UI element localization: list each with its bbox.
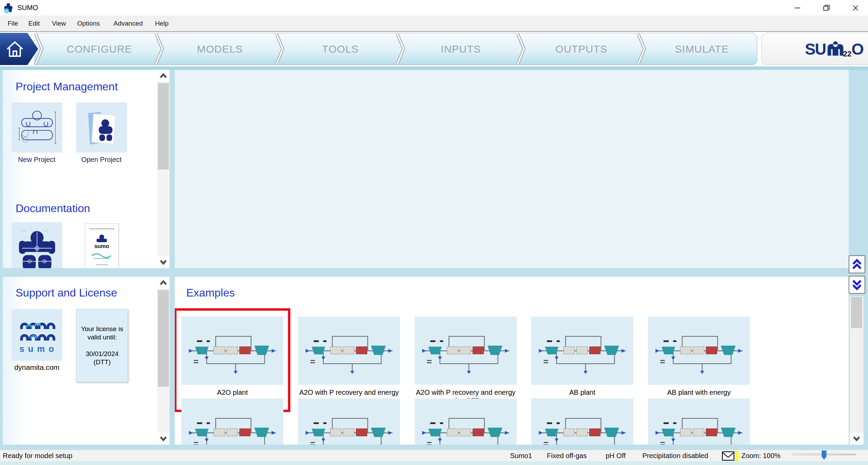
documentation-guide-button[interactable]: sumo — [85, 224, 119, 268]
app-logo-icon: 22 — [3, 2, 14, 13]
left-top-scrollbar[interactable] — [157, 70, 170, 268]
home-button[interactable] — [0, 33, 38, 65]
start-page-left-top-panel: Project Management New Project Open Proj… — [3, 70, 170, 268]
ribbon: CONFIGURE MODELS TOOLS INPUTS OUTPUTS SI… — [0, 31, 868, 66]
plant-schematic-icon — [651, 322, 747, 380]
menu-help[interactable]: Help — [153, 16, 171, 31]
scroll-up-icon[interactable] — [157, 70, 170, 82]
scroll-thumb[interactable] — [158, 290, 169, 387]
status-precipitation-toggle[interactable]: Precipitation disabled — [642, 450, 708, 462]
license-text: Your license is valid until: — [76, 325, 128, 341]
tab-tools[interactable]: TOOLS — [285, 33, 395, 65]
scroll-down-icon[interactable] — [157, 433, 170, 445]
plant-schematic-icon — [184, 322, 281, 380]
tab-simulate[interactable]: SIMULATE — [647, 33, 757, 65]
chevron-separator-icon — [396, 33, 406, 65]
plant-schematic-icon — [301, 322, 397, 380]
example-label: AB plant — [531, 388, 633, 396]
license-card: Your license is valid until: 30/01/2024 … — [76, 309, 128, 382]
sumo-wordmark: sumo — [19, 344, 58, 354]
manual-puzzle-icon — [15, 226, 59, 268]
status-model-name[interactable]: Sumo1 — [510, 450, 532, 462]
example-thumbnail[interactable] — [531, 399, 633, 445]
example-thumbnail-ab-plant-energy[interactable] — [648, 317, 750, 385]
support-license-heading: Support and License — [16, 286, 117, 299]
menu-edit[interactable]: Edit — [26, 16, 42, 31]
scroll-down-icon[interactable] — [157, 256, 170, 268]
messages-indicator[interactable] — [722, 451, 739, 462]
tab-inputs[interactable]: INPUTS — [406, 33, 516, 65]
status-bar: Ready for model setup Sumo1 Fixed off-ga… — [0, 450, 868, 461]
scroll-thumb[interactable] — [158, 83, 169, 170]
home-icon — [5, 39, 25, 59]
plant-schematic-icon — [651, 404, 747, 445]
scroll-down-icon[interactable] — [850, 433, 864, 445]
window-title: SUMO — [17, 0, 38, 16]
bottom-strip — [0, 461, 868, 465]
license-suffix: (DTT) — [76, 358, 128, 366]
status-offgas-toggle[interactable]: Fixed off-gas — [547, 450, 587, 462]
website-label[interactable]: dynamita.com — [11, 363, 62, 372]
sumo-logo-text-left: SU — [805, 40, 826, 58]
menu-file[interactable]: File — [6, 16, 20, 31]
double-chevron-down-icon — [851, 279, 863, 291]
restore-button[interactable] — [814, 0, 839, 16]
tab-models[interactable]: MODELS — [165, 33, 275, 65]
zoom-label: Zoom: 100% — [741, 450, 780, 462]
expand-down-button[interactable] — [849, 276, 865, 294]
chevron-separator-icon — [636, 33, 647, 65]
example-thumbnail-a2o-p-recovery-cfp[interactable] — [415, 317, 517, 385]
examples-heading: Examples — [186, 286, 235, 299]
ribbon-underband — [0, 66, 868, 70]
minimize-button[interactable] — [785, 0, 810, 16]
example-label: A2O plant — [181, 388, 283, 396]
open-project-button[interactable] — [76, 102, 127, 153]
example-thumbnail-a2o-p-recovery[interactable] — [298, 317, 400, 385]
zoom-slider-thumb[interactable] — [822, 450, 826, 460]
menu-view[interactable]: View — [50, 16, 68, 31]
scroll-thumb[interactable] — [851, 297, 862, 328]
svg-text:sumo: sumo — [94, 243, 109, 249]
sumo-logo: SU 22 O — [761, 33, 868, 65]
menu-advanced[interactable]: Advanced — [111, 16, 145, 31]
sumo-logo-text-right: O — [851, 40, 863, 58]
project-management-heading: Project Management — [16, 80, 118, 93]
documentation-heading: Documentation — [16, 202, 90, 215]
plant-schematic-icon — [417, 404, 514, 445]
plant-schematic-icon — [534, 404, 631, 445]
chevron-separator-icon — [275, 33, 285, 65]
menu-options[interactable]: Options — [75, 16, 102, 31]
menu-bar: File Edit View Options Advanced Help — [0, 16, 868, 31]
support-license-panel: Support and License sumo dynamita.com Yo… — [3, 277, 170, 445]
open-project-label: Open Project — [69, 156, 134, 164]
dynamita-logo-tile[interactable]: sumo — [11, 309, 62, 361]
status-ph-toggle[interactable]: pH Off — [606, 450, 625, 462]
svg-text:22: 22 — [5, 9, 8, 13]
sumo-logo-version: 22 — [843, 49, 851, 58]
example-thumbnail[interactable] — [415, 399, 517, 445]
plant-schematic-icon — [417, 322, 514, 380]
tab-configure[interactable]: CONFIGURE — [44, 33, 154, 65]
left-bottom-scrollbar[interactable] — [157, 277, 170, 445]
close-button[interactable] — [843, 0, 868, 16]
new-project-button[interactable] — [11, 102, 62, 153]
new-project-icon — [16, 107, 58, 148]
open-project-icon — [81, 107, 123, 148]
example-thumbnail[interactable] — [298, 399, 400, 445]
scroll-up-icon[interactable] — [157, 277, 170, 289]
ribbon-tabstrip: CONFIGURE MODELS TOOLS INPUTS OUTPUTS SI… — [34, 33, 757, 65]
license-date: 30/01/2024 — [76, 350, 128, 358]
sumo-wrestler-icon — [826, 39, 845, 59]
collapse-up-button[interactable] — [849, 255, 865, 273]
examples-scrollbar[interactable] — [850, 296, 864, 445]
tab-outputs[interactable]: OUTPUTS — [526, 33, 636, 65]
example-thumbnail[interactable] — [181, 399, 283, 445]
example-thumbnail[interactable] — [648, 399, 750, 445]
new-project-label: New Project — [4, 156, 70, 164]
example-thumbnail-a2o-plant[interactable] — [181, 317, 283, 385]
plant-schematic-icon — [184, 404, 281, 445]
example-thumbnail-ab-plant[interactable] — [531, 317, 633, 385]
drawing-board-panel[interactable] — [175, 70, 849, 268]
status-message: Ready for model setup — [3, 450, 72, 462]
documentation-manual-button[interactable] — [11, 222, 62, 268]
